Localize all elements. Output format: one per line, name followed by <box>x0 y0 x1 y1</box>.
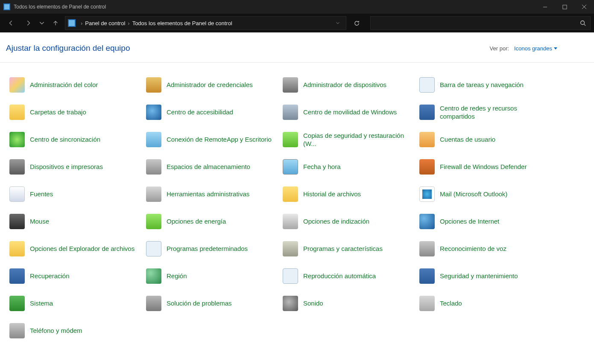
item-label: Solución de problemas <box>167 299 232 308</box>
window-title: Todos los elementos de Panel de control <box>14 4 106 10</box>
control-panel-item-windows-firewall[interactable]: Firewall de Windows Defender <box>416 153 553 181</box>
mouse-icon <box>9 213 26 230</box>
control-panel-window-icon <box>3 3 10 10</box>
item-label: Programas predeterminados <box>167 245 248 253</box>
troubleshooting-icon <box>145 295 162 312</box>
item-label: Opciones de indización <box>303 217 369 226</box>
minimize-button[interactable] <box>535 0 555 14</box>
address-bar[interactable]: › Panel de control › Todos los elementos… <box>65 16 346 30</box>
recovery-icon <box>9 268 26 285</box>
control-panel-item-devices-printers[interactable]: Dispositivos e impresoras <box>6 153 143 181</box>
system-icon <box>9 295 26 312</box>
power-options-icon <box>145 213 162 230</box>
item-label: Reproducción automática <box>303 272 376 280</box>
forward-button[interactable] <box>20 16 36 30</box>
item-label: Conexión de RemoteApp y Escritorio <box>167 135 272 144</box>
control-panel-item-sync-center[interactable]: Centro de sincronización <box>6 126 143 153</box>
control-panel-item-mobility-center[interactable]: Centro de movilidad de Windows <box>279 99 416 126</box>
view-by-value: Iconos grandes <box>514 45 552 52</box>
item-label: Opciones del Explorador de archivos <box>30 245 135 253</box>
item-label: Fuentes <box>30 190 53 198</box>
control-panel-item-security-maintenance[interactable]: Seguridad y mantenimiento <box>416 262 553 290</box>
control-panel-item-network-sharing[interactable]: Centro de redes y recursos compartidos <box>416 99 553 126</box>
control-panel-item-mouse[interactable]: Mouse <box>6 208 143 235</box>
ease-of-access-icon <box>145 104 162 121</box>
credential-manager-icon <box>145 76 162 93</box>
item-label: Centro de sincronización <box>30 135 100 144</box>
breadcrumb-chevron-icon: › <box>81 20 82 26</box>
breadcrumb-chevron-icon: › <box>128 20 129 26</box>
item-label: Teclado <box>440 299 462 308</box>
sound-icon <box>282 295 299 312</box>
file-explorer-options-icon <box>9 240 26 257</box>
refresh-button[interactable] <box>348 16 365 30</box>
page-title: Ajustar la configuración del equipo <box>6 44 130 53</box>
control-panel-item-fonts[interactable]: Fuentes <box>6 181 143 208</box>
control-panel-item-backup-restore[interactable]: Copias de seguridad y restauración (W... <box>279 126 416 153</box>
item-label: Espacios de almacenamiento <box>167 163 250 171</box>
control-panel-item-date-time[interactable]: Fecha y hora <box>279 153 416 181</box>
control-panel-item-system[interactable]: Sistema <box>6 290 143 317</box>
control-panel-item-phone-modem[interactable]: Teléfono y módem <box>6 317 143 344</box>
device-manager-icon <box>282 76 299 93</box>
file-history-icon <box>282 186 299 203</box>
control-panel-item-indexing-options[interactable]: Opciones de indización <box>279 208 416 235</box>
control-panel-item-file-history[interactable]: Historial de archivos <box>279 181 416 208</box>
item-label: Región <box>167 272 187 280</box>
control-panel-item-taskbar-navigation[interactable]: Barra de tareas y navegación <box>416 71 553 99</box>
default-programs-icon <box>145 240 162 257</box>
phone-modem-icon <box>9 322 26 339</box>
control-panel-item-credential-manager[interactable]: Administrador de credenciales <box>143 71 279 99</box>
item-label: Administración del color <box>30 81 98 89</box>
control-panel-item-default-programs[interactable]: Programas predeterminados <box>143 235 279 262</box>
control-panel-item-work-folders[interactable]: Carpetas de trabajo <box>6 99 143 126</box>
maximize-button[interactable] <box>555 0 574 14</box>
control-panel-item-internet-options[interactable]: Opciones de Internet <box>416 208 553 235</box>
devices-printers-icon <box>9 158 26 175</box>
item-label: Sonido <box>303 299 323 308</box>
internet-options-icon <box>418 213 436 230</box>
control-panel-item-region[interactable]: Región <box>143 262 279 290</box>
control-panel-item-remoteapp[interactable]: Conexión de RemoteApp y Escritorio <box>143 126 279 153</box>
date-time-icon <box>282 158 299 175</box>
control-panel-item-device-manager[interactable]: Administrador de dispositivos <box>279 71 416 99</box>
control-panel-item-recovery[interactable]: Recuperación <box>6 262 143 290</box>
control-panel-item-file-explorer-options[interactable]: Opciones del Explorador de archivos <box>6 235 143 262</box>
close-button[interactable] <box>574 0 594 14</box>
recent-locations-button[interactable] <box>38 16 46 30</box>
security-maintenance-icon <box>418 268 436 285</box>
storage-spaces-icon <box>145 158 162 175</box>
item-label: Teléfono y módem <box>30 326 82 335</box>
item-label: Recuperación <box>30 272 70 280</box>
item-label: Fecha y hora <box>303 163 341 171</box>
control-panel-item-color-management[interactable]: Administración del color <box>6 71 143 99</box>
item-label: Carpetas de trabajo <box>30 108 86 116</box>
fonts-icon <box>9 186 26 203</box>
control-panel-item-speech-recognition[interactable]: Reconocimiento de voz <box>416 235 553 262</box>
user-accounts-icon <box>418 131 436 148</box>
control-panel-item-user-accounts[interactable]: Cuentas de usuario <box>416 126 553 153</box>
view-by-dropdown[interactable]: Iconos grandes <box>514 45 557 52</box>
control-panel-item-admin-tools[interactable]: Herramientas administrativas <box>143 181 279 208</box>
address-history-chevron-icon[interactable] <box>336 20 340 26</box>
breadcrumb-item[interactable]: Todos los elementos de Panel de control <box>132 20 232 26</box>
control-panel-item-sound[interactable]: Sonido <box>279 290 416 317</box>
control-panel-item-programs-features[interactable]: Programas y características <box>279 235 416 262</box>
search-input[interactable] <box>370 16 591 30</box>
control-panel-item-keyboard[interactable]: Teclado <box>416 290 553 317</box>
back-button[interactable] <box>3 16 19 30</box>
item-label: Centro de accesibilidad <box>167 108 233 116</box>
network-sharing-icon <box>418 104 436 121</box>
up-button[interactable] <box>48 16 63 30</box>
control-panel-item-mail-outlook[interactable]: Mail (Microsoft Outlook) <box>416 181 553 208</box>
item-label: Mouse <box>30 217 49 226</box>
control-panel-item-power-options[interactable]: Opciones de energía <box>143 208 279 235</box>
item-label: Herramientas administrativas <box>167 190 249 198</box>
breadcrumb-item[interactable]: Panel de control <box>85 20 125 26</box>
control-panel-item-ease-of-access[interactable]: Centro de accesibilidad <box>143 99 279 126</box>
control-panel-item-storage-spaces[interactable]: Espacios de almacenamiento <box>143 153 279 181</box>
item-label: Sistema <box>30 299 53 308</box>
control-panel-item-troubleshooting[interactable]: Solución de problemas <box>143 290 279 317</box>
control-panel-item-autoplay[interactable]: Reproducción automática <box>279 262 416 290</box>
programs-features-icon <box>282 240 299 257</box>
